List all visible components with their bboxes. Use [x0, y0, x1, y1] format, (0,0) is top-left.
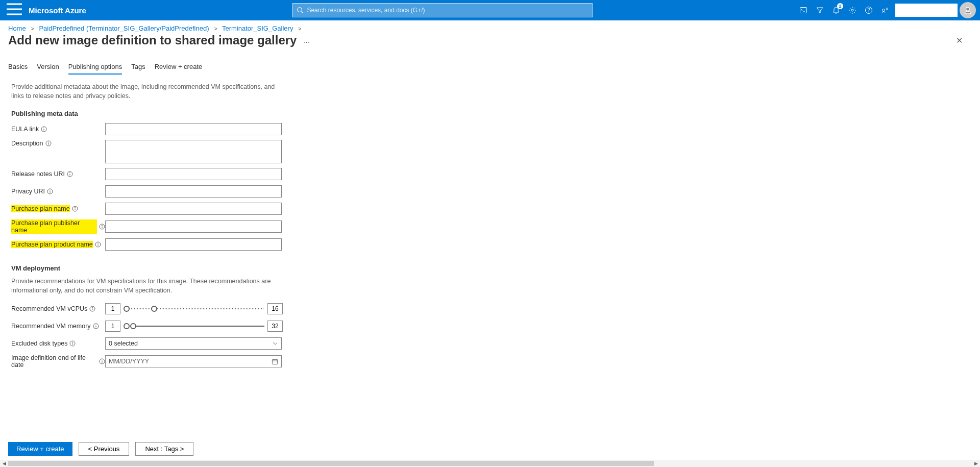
settings-icon[interactable]: [844, 0, 861, 20]
svg-point-15: [966, 7, 970, 11]
svg-point-3: [298, 8, 302, 12]
svg-point-9: [851, 9, 853, 11]
svg-marker-7: [817, 8, 823, 13]
brand-label: Microsoft Azure: [24, 6, 90, 15]
svg-point-12: [883, 9, 885, 12]
top-bar: Microsoft Azure 2: [0, 0, 980, 20]
search-wrap: [90, 3, 795, 17]
help-icon[interactable]: [861, 0, 877, 20]
account-input[interactable]: [895, 4, 958, 17]
hamburger-menu-icon[interactable]: [4, 0, 24, 20]
search-icon: [297, 7, 304, 14]
notification-badge: 2: [837, 3, 843, 9]
svg-point-11: [869, 12, 869, 12]
global-search[interactable]: [292, 3, 593, 17]
notifications-icon[interactable]: 2: [828, 0, 844, 20]
directory-filter-icon[interactable]: [812, 0, 828, 20]
account-avatar[interactable]: [960, 0, 976, 20]
cloud-shell-icon[interactable]: [795, 0, 812, 20]
svg-line-4: [302, 12, 303, 13]
feedback-icon[interactable]: [877, 0, 893, 20]
svg-rect-5: [800, 8, 807, 13]
topbar-actions: 2: [795, 0, 976, 20]
search-input[interactable]: [307, 7, 589, 14]
